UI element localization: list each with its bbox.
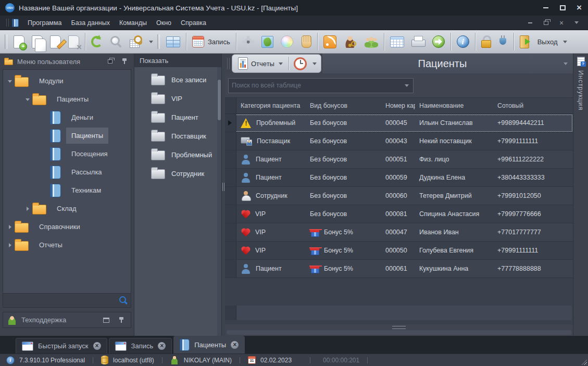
tree-item[interactable]: Пациенты xyxy=(3,127,131,145)
table-search-input[interactable] xyxy=(232,82,404,89)
time-button[interactable] xyxy=(291,55,309,72)
bottom-splitter[interactable] xyxy=(225,324,573,330)
toolbar-grid-button[interactable] xyxy=(162,31,184,52)
toolbar-gear-button[interactable] xyxy=(239,31,258,52)
table-row[interactable]: ПоставщикБез бонусов000043Некий поставщи… xyxy=(225,132,573,150)
close-tab-icon[interactable] xyxy=(93,342,101,350)
minimize-button[interactable] xyxy=(542,4,549,11)
support-panel-header[interactable]: Техподдержка xyxy=(3,312,131,328)
table-row[interactable]: VIPБонус 5%000047Иванов Иван+77017777777 xyxy=(225,223,573,242)
toolbar-drag-handle[interactable] xyxy=(157,34,160,49)
reports-button[interactable]: Отчеты xyxy=(235,55,286,72)
mdi-dropdown-arrow-icon[interactable] xyxy=(573,19,581,27)
toolbar-drag-handle[interactable] xyxy=(5,34,7,49)
toolbar-doc-add-button[interactable] xyxy=(10,31,28,52)
close-button[interactable]: × xyxy=(576,4,583,11)
tree-item[interactable]: Техникам xyxy=(3,181,131,199)
expand-arrow-icon[interactable] xyxy=(6,241,15,249)
toolbar-rss-button[interactable] xyxy=(320,31,340,52)
toolbar-dropdown-arrow-icon[interactable] xyxy=(561,32,569,51)
window-icon[interactable] xyxy=(103,318,109,323)
toolbar-calendar-button[interactable]: Запись xyxy=(189,31,234,52)
tree-item[interactable]: Деньги xyxy=(3,108,131,127)
mdi-minimize-button[interactable] xyxy=(527,19,534,27)
toolbar-printer-button[interactable] xyxy=(408,31,429,52)
toolbar-map-button[interactable] xyxy=(258,31,277,52)
float-panel-icon[interactable] xyxy=(108,59,112,64)
column-header[interactable]: Вид бонусов xyxy=(306,102,381,109)
tree-item[interactable]: Модули xyxy=(3,72,131,90)
scrollbar-thumb[interactable] xyxy=(218,80,221,120)
ribbon-drag-handle[interactable] xyxy=(227,58,230,69)
toolbar-user-key-button[interactable] xyxy=(340,31,360,52)
tree-item[interactable]: Посещения xyxy=(3,145,131,163)
toolbar-users-button[interactable] xyxy=(360,31,382,52)
toolbar-search-grid-button[interactable] xyxy=(126,31,147,52)
expand-arrow-icon[interactable] xyxy=(24,205,32,213)
filter-item[interactable]: Все записи xyxy=(134,70,221,89)
toolbar-doc-edit-button[interactable] xyxy=(46,31,65,52)
menu-item[interactable]: Справка xyxy=(176,16,211,30)
table-row[interactable]: ПациентБонус 5%000061Кукушкина Анна+7777… xyxy=(225,260,573,278)
column-header[interactable]: Категория пациента xyxy=(236,102,306,109)
table-row[interactable]: VIPБез бонусов000081Спицина Анастасия+79… xyxy=(225,205,573,223)
filter-item[interactable]: VIP xyxy=(134,89,221,108)
table-row[interactable]: VIPБонус 5%000050Голубева Евгения+799911… xyxy=(225,242,573,260)
filter-item[interactable]: Поставщик xyxy=(134,127,221,145)
column-header[interactable]: Сотовый xyxy=(493,102,573,109)
toolbar-doc-copy-button[interactable] xyxy=(28,31,46,52)
close-tab-icon[interactable] xyxy=(231,341,239,349)
search-icon[interactable] xyxy=(119,296,128,305)
resize-grip-icon[interactable] xyxy=(580,358,587,365)
toolbar-dropdown-arrow-icon[interactable] xyxy=(147,32,155,51)
group-dropdown-icon[interactable] xyxy=(311,60,318,67)
bottom-tab[interactable]: Пациенты xyxy=(173,336,245,354)
toolbar-go-arrow-button[interactable] xyxy=(429,31,448,52)
maximize-button[interactable] xyxy=(559,4,566,11)
sidebar-search-input[interactable] xyxy=(6,297,119,304)
title-dropdown-icon[interactable] xyxy=(562,60,569,67)
instruction-tab[interactable]: Инструкция xyxy=(573,54,588,336)
pin-icon[interactable] xyxy=(119,317,124,324)
tree-item[interactable]: Склад xyxy=(3,199,131,218)
mdi-close-button[interactable]: × xyxy=(558,19,565,27)
menu-item[interactable]: База данных xyxy=(67,16,115,30)
show-panel-scrollbar[interactable] xyxy=(217,67,221,336)
toolbar-doc-del-button[interactable] xyxy=(65,31,83,52)
horizontal-scrollbar[interactable] xyxy=(227,330,571,335)
tree-item[interactable]: Рассылка xyxy=(3,163,131,181)
table-row[interactable]: ПациентБез бонусов000059Дудкина Елена+38… xyxy=(225,169,573,187)
collapse-arrow-icon[interactable] xyxy=(6,77,15,85)
tree-item[interactable]: Отчеты xyxy=(3,236,131,254)
bottom-tab[interactable]: Быстрый запуск xyxy=(16,338,107,354)
toolbar-colors-button[interactable] xyxy=(277,31,297,52)
tree-item[interactable]: Справочники xyxy=(3,218,131,236)
toolbar-lock-button[interactable] xyxy=(478,31,495,52)
filter-item[interactable]: Пациент xyxy=(134,108,221,127)
tree-item[interactable]: Пациенты xyxy=(3,90,131,108)
table-row[interactable]: СотрудникБез бонусов000060Тетерев Дмитри… xyxy=(225,187,573,205)
menubar-drag-handle[interactable] xyxy=(6,19,9,27)
collapse-arrow-icon[interactable] xyxy=(24,95,32,104)
table-row[interactable]: ПациентБез бонусов000051Физ. лицо+996111… xyxy=(225,150,573,169)
toolbar-info-button[interactable] xyxy=(453,31,473,52)
filter-item[interactable]: Сотрудник xyxy=(134,164,221,183)
toolbar-plug-button[interactable] xyxy=(495,31,511,52)
search-dropdown-icon[interactable] xyxy=(404,82,410,89)
toolbar-search-button[interactable] xyxy=(106,31,126,52)
close-tab-icon[interactable] xyxy=(158,342,166,350)
filter-item[interactable]: Проблемный xyxy=(134,145,221,164)
menu-item[interactable]: Окно xyxy=(152,16,176,30)
toolbar-refresh-button[interactable] xyxy=(87,31,106,52)
toolbar-hand-button[interactable] xyxy=(297,31,315,52)
table-row[interactable]: ПроблемныйБез бонусов000045Ильин Станисл… xyxy=(225,114,573,132)
menu-item[interactable]: Программа xyxy=(23,16,67,30)
column-header[interactable]: Наименование xyxy=(415,102,493,109)
menu-item[interactable]: Команды xyxy=(115,16,152,30)
bottom-tab[interactable]: Запись xyxy=(109,338,172,354)
toolbar-table-button[interactable] xyxy=(386,31,408,52)
column-header[interactable]: Номер карты xyxy=(381,102,415,109)
expand-arrow-icon[interactable] xyxy=(6,223,15,231)
toolbar-exit-button[interactable]: Выход xyxy=(516,31,561,52)
mdi-restore-button[interactable] xyxy=(542,19,549,27)
